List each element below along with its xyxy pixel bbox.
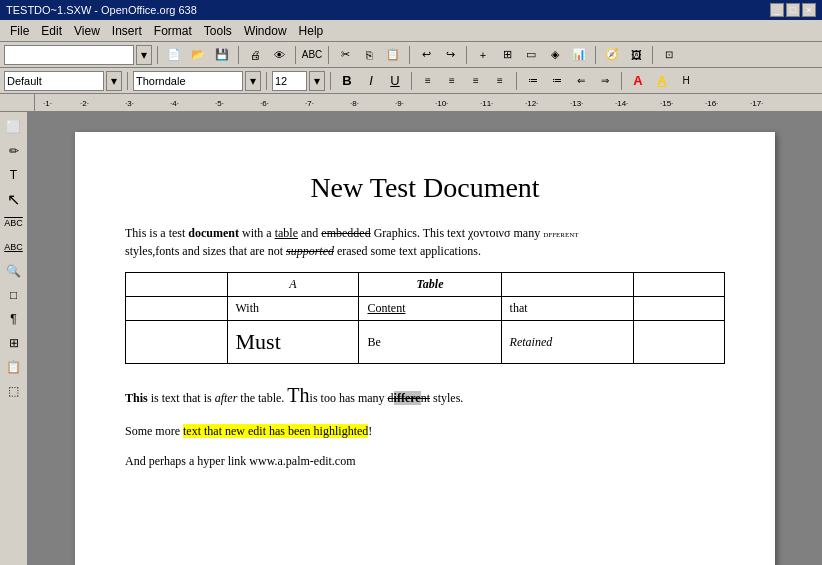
menu-format[interactable]: Format	[148, 22, 198, 40]
left-btn-draw[interactable]: ✏	[3, 140, 25, 162]
align-justify-button[interactable]: ≡	[489, 71, 511, 91]
underline-button[interactable]: U	[384, 71, 406, 91]
insert-frame-button[interactable]: ▭	[520, 45, 542, 65]
greek-text: χοντοινσ	[468, 226, 510, 240]
sep-t2-1	[127, 72, 128, 90]
document-title: New Test Document	[125, 172, 725, 204]
strikethrough-supported: supported	[286, 244, 334, 258]
font-name-combo[interactable]	[133, 71, 243, 91]
insert-object-button[interactable]: ◈	[544, 45, 566, 65]
menu-view[interactable]: View	[68, 22, 106, 40]
last-paragraph: And perhaps a hyper link www.a.palm-edit…	[125, 452, 725, 470]
svg-text:·15·: ·15·	[660, 99, 673, 108]
preview-button[interactable]: 👁	[268, 45, 290, 65]
font-color2-button[interactable]: A	[651, 71, 673, 91]
table-row: A Table	[126, 273, 725, 297]
menu-insert[interactable]: Insert	[106, 22, 148, 40]
title-bar: TESTDO~1.SXW - OpenOffice.org 638 _ □ ×	[0, 0, 822, 20]
smallcaps-text: dfferent	[543, 228, 578, 239]
maximize-button[interactable]: □	[786, 3, 800, 17]
table-cell-empty4	[633, 321, 724, 364]
insert-field-button[interactable]: +	[472, 45, 494, 65]
menu-help[interactable]: Help	[293, 22, 330, 40]
highlighted-text: text that new edit has been highlighted	[183, 424, 368, 438]
paragraph-style-arrow[interactable]: ▾	[106, 71, 122, 91]
svg-text:·5·: ·5·	[215, 99, 224, 108]
new-button[interactable]: 📄	[163, 45, 185, 65]
table-row: With Content that	[126, 297, 725, 321]
undo-button[interactable]: ↩	[415, 45, 437, 65]
table-cell-content: Content	[359, 297, 501, 321]
style-dropdown-arrow[interactable]: ▾	[136, 45, 152, 65]
left-btn-box[interactable]: □	[3, 284, 25, 306]
minimize-button[interactable]: _	[770, 3, 784, 17]
font-size-arrow[interactable]: ▾	[309, 71, 325, 91]
svg-text:·13·: ·13·	[570, 99, 583, 108]
redo-button[interactable]: ↪	[439, 45, 461, 65]
close-button[interactable]: ×	[802, 3, 816, 17]
align-right-button[interactable]: ≡	[465, 71, 487, 91]
menu-window[interactable]: Window	[238, 22, 293, 40]
font-name-arrow[interactable]: ▾	[245, 71, 261, 91]
styles-button[interactable]: ⊡	[658, 45, 680, 65]
menu-file[interactable]: File	[4, 22, 35, 40]
navigator-button[interactable]: 🧭	[601, 45, 623, 65]
paste-button[interactable]: 📋	[382, 45, 404, 65]
strikethrough-embedded: embedded	[321, 226, 370, 240]
left-btn-text[interactable]: T	[3, 164, 25, 186]
left-btn-cursor[interactable]: ↖	[3, 188, 25, 210]
bold-button[interactable]: B	[336, 71, 358, 91]
svg-text:·9·: ·9·	[395, 99, 404, 108]
horizontal-ruler: ·1· ·2· ·3· ·4· ·5· ·6· ·7· ·8· ·9· ·10·…	[35, 94, 822, 112]
paragraph-style-combo[interactable]	[4, 71, 104, 91]
menu-tools[interactable]: Tools	[198, 22, 238, 40]
ruler-corner	[0, 94, 35, 112]
left-btn-abc1[interactable]: ABC	[3, 212, 25, 234]
left-btn-paragraph[interactable]: ¶	[3, 308, 25, 330]
svg-text:·8·: ·8·	[350, 99, 359, 108]
left-btn-select[interactable]: ⬜	[3, 116, 25, 138]
print-button[interactable]: 🖨	[244, 45, 266, 65]
indent-decrease-button[interactable]: ⇐	[570, 71, 592, 91]
table-cell-be: Be	[359, 321, 501, 364]
font-size-combo[interactable]	[272, 71, 307, 91]
menu-bar: File Edit View Insert Format Tools Windo…	[0, 20, 822, 42]
left-btn-clipboard[interactable]: 📋	[3, 356, 25, 378]
sep-t2-3	[330, 72, 331, 90]
save-button[interactable]: 💾	[211, 45, 233, 65]
svg-text:·14·: ·14·	[615, 99, 628, 108]
insert-chart-button[interactable]: 📊	[568, 45, 590, 65]
spell-button[interactable]: ABC	[301, 45, 323, 65]
content-area[interactable]: New Test Document This is a test documen…	[28, 112, 822, 565]
highlighting-button[interactable]: H	[675, 71, 697, 91]
table-cell-with: With	[227, 297, 359, 321]
table-cell-empty1	[501, 273, 633, 297]
menu-edit[interactable]: Edit	[35, 22, 68, 40]
insert-table-button[interactable]: ⊞	[496, 45, 518, 65]
cut-button[interactable]: ✂	[334, 45, 356, 65]
gallery-button[interactable]: 🖼	[625, 45, 647, 65]
list-unordered-button[interactable]: ≔	[522, 71, 544, 91]
svg-text:·11·: ·11·	[480, 99, 493, 108]
left-btn-search[interactable]: 🔍	[3, 260, 25, 282]
table-cell-must: Must	[227, 321, 359, 364]
svg-text:·4·: ·4·	[170, 99, 179, 108]
align-center-button[interactable]: ≡	[441, 71, 463, 91]
style-dropdown[interactable]	[4, 45, 134, 65]
sep1	[157, 46, 158, 64]
indent-increase-button[interactable]: ⇒	[594, 71, 616, 91]
document-page: New Test Document This is a test documen…	[75, 132, 775, 565]
left-btn-abc2[interactable]: ABC	[3, 236, 25, 258]
font-color-button[interactable]: A	[627, 71, 649, 91]
svg-text:·2·: ·2·	[80, 99, 89, 108]
list-ordered-button[interactable]: ≔	[546, 71, 568, 91]
align-left-button[interactable]: ≡	[417, 71, 439, 91]
table-cell	[126, 297, 228, 321]
copy-button[interactable]: ⎘	[358, 45, 380, 65]
left-btn-frame[interactable]: ⬚	[3, 380, 25, 402]
left-btn-table-insert[interactable]: ⊞	[3, 332, 25, 354]
table-cell-a: A	[227, 273, 359, 297]
open-button[interactable]: 📂	[187, 45, 209, 65]
italic-button[interactable]: I	[360, 71, 382, 91]
sep6	[466, 46, 467, 64]
